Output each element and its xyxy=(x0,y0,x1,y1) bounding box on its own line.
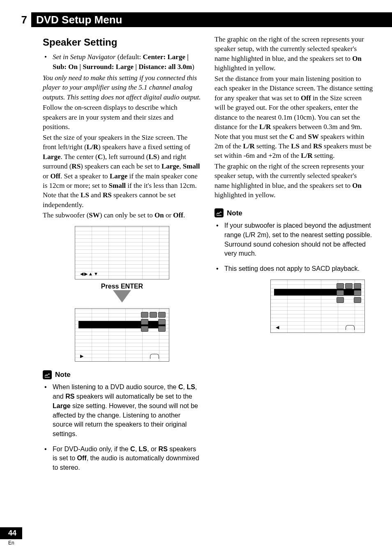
body-para: The graphic on the right of the screen r… xyxy=(214,162,373,200)
note-icon xyxy=(214,208,224,217)
nav-arrows-icon: ◀▶▲▼ xyxy=(80,271,99,277)
chapter-number: 7 xyxy=(0,12,31,27)
default-setting-bullet: Set in Setup Navigator (default: Center:… xyxy=(43,52,201,72)
note-item: This setting does not apply to SACD play… xyxy=(214,264,373,274)
press-enter-label: Press ENTER xyxy=(43,282,201,291)
page-number: 44 xyxy=(0,527,22,539)
osd-screenshot-distance: ◀ xyxy=(270,279,365,333)
body-para: Set the size of your speakers in the Siz… xyxy=(43,133,201,210)
language-code: En xyxy=(8,540,22,546)
left-column: Speaker Setting Set in Setup Navigator (… xyxy=(43,35,201,478)
intro-note: You only need to make this setting if yo… xyxy=(43,73,201,102)
speaker-layout-icon xyxy=(337,283,361,303)
osd-screenshot-speakers: ▶ xyxy=(75,308,169,362)
right-column: The graphic on the right of the screen r… xyxy=(214,35,373,478)
osd-screenshot-size: ◀▶▲▼ xyxy=(75,226,169,279)
section-heading: Speaker Setting xyxy=(43,35,201,49)
subwoofer-icon xyxy=(346,325,355,330)
note-item: For DVD-Audio only, if the C, LS, or RS … xyxy=(43,445,201,473)
arrow-down-icon xyxy=(113,290,131,302)
body-para: The subwoofer (SW) can only be set to On… xyxy=(43,210,201,220)
note-icon xyxy=(43,370,52,379)
page-footer: 44 En xyxy=(0,527,22,546)
chapter-title: DVD Setup Menu xyxy=(31,12,392,27)
body-para: Follow the on-screen displays to describ… xyxy=(43,103,201,132)
body-para: The graphic on the right of the screen r… xyxy=(214,35,373,73)
nav-back-icon: ◀ xyxy=(276,324,280,330)
chapter-header: 7 DVD Setup Menu xyxy=(0,12,392,27)
subwoofer-icon xyxy=(150,354,159,359)
nav-play-icon: ▶ xyxy=(80,353,84,359)
speaker-layout-icon xyxy=(141,312,166,332)
note-item: When listening to a DVD audio source, th… xyxy=(43,383,201,439)
body-para: Set the distance from your main listenin… xyxy=(214,74,373,161)
note-heading: Note xyxy=(43,370,201,379)
note-item: If your subwoofer is placed beyond the a… xyxy=(214,221,373,259)
note-heading: Note xyxy=(214,208,373,218)
